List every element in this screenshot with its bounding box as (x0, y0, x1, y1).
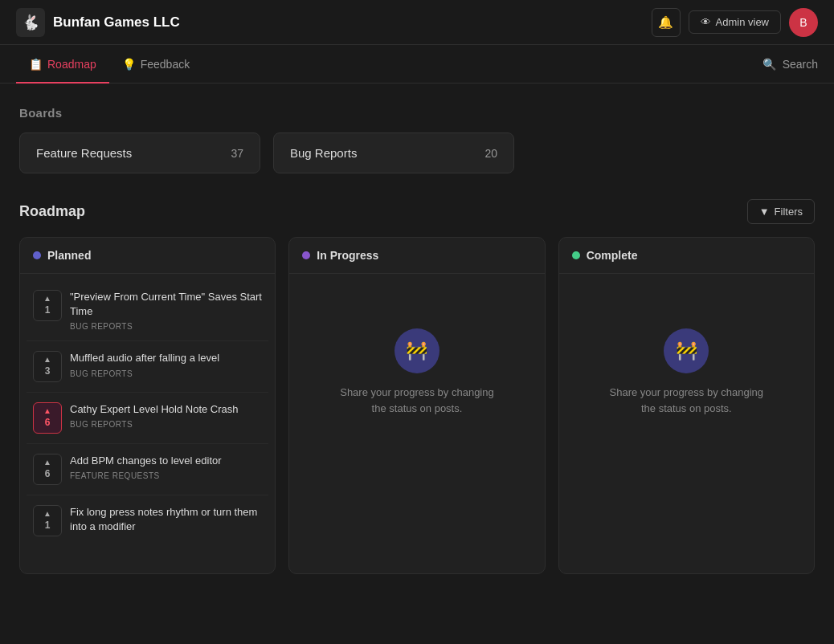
kanban-card-3[interactable]: ▲ 6 Add BPM changes to level editor FEAT… (27, 444, 268, 495)
nav-item-roadmap[interactable]: 📋 Roadmap (16, 45, 109, 84)
nav: 📋 Roadmap 💡 Feedback 🔍 Search (0, 45, 834, 84)
search-button[interactable]: 🔍 Search (762, 58, 818, 71)
vote-box-0[interactable]: ▲ 1 (33, 290, 62, 321)
vote-box-1[interactable]: ▲ 3 (33, 351, 62, 382)
app-title: Bunfan Games LLC (53, 14, 180, 31)
inprogress-dot (302, 251, 310, 259)
vote-count-3: 6 (45, 467, 51, 481)
complete-empty-state: 🚧 Share your progress by changing the st… (566, 280, 807, 464)
kanban-col-inprogress: In Progress 🚧 Share your progress by cha… (288, 237, 545, 574)
complete-items: 🚧 Share your progress by changing the st… (559, 274, 814, 573)
board-feature-requests-count: 37 (231, 147, 243, 160)
planned-label: Planned (47, 249, 91, 262)
vote-count-1: 3 (45, 365, 51, 378)
nav-roadmap-label: Roadmap (47, 58, 96, 71)
kanban-card-1[interactable]: ▲ 3 Muffled audio after falling a level … (27, 341, 268, 393)
kanban-col-planned-header: Planned (20, 238, 275, 274)
admin-view-button[interactable]: 👁 Admin view (689, 10, 781, 34)
eye-icon: 👁 (701, 16, 711, 28)
card-content-0: "Preview From Current Time" Saves Start … (70, 290, 262, 331)
kanban-col-planned: Planned ▲ 1 "Preview From Current Time" … (19, 237, 276, 574)
card-title-3: Add BPM changes to level editor (70, 454, 262, 468)
card-tag-2: BUG REPORTS (70, 420, 262, 429)
planned-dot (33, 251, 41, 259)
planned-items: ▲ 1 "Preview From Current Time" Saves St… (20, 274, 275, 573)
complete-empty-text: Share your progress by changing the stat… (606, 385, 767, 416)
inprogress-items: 🚧 Share your progress by changing the st… (289, 274, 544, 573)
avatar-label: B (799, 16, 807, 29)
complete-empty-icon: 🚧 (676, 340, 697, 361)
inprogress-label: In Progress (317, 249, 378, 262)
search-label: Search (783, 58, 818, 71)
vote-up-icon-2: ▲ (43, 406, 51, 416)
card-content-1: Muffled audio after falling a level BUG … (70, 351, 262, 377)
vote-count-2: 6 (45, 416, 51, 430)
inprogress-empty-icon-wrap: 🚧 (395, 328, 439, 373)
nav-item-feedback[interactable]: 💡 Feedback (109, 45, 202, 84)
vote-box-2[interactable]: ▲ 6 (33, 402, 62, 434)
filters-label: Filters (775, 206, 803, 218)
kanban-card-0[interactable]: ▲ 1 "Preview From Current Time" Saves St… (27, 280, 268, 341)
header-logo: 🐇 Bunfan Games LLC (16, 8, 652, 37)
card-title-4: Fix long press notes rhythm or turn them… (70, 505, 262, 534)
kanban-col-complete-header: Complete (559, 238, 814, 274)
board-feature-requests-name: Feature Requests (36, 146, 132, 160)
vote-box-3[interactable]: ▲ 6 (33, 454, 62, 485)
vote-up-icon-0: ▲ (43, 294, 51, 304)
complete-dot (572, 251, 580, 259)
card-tag-3: FEATURE REQUESTS (70, 471, 262, 480)
card-title-0: "Preview From Current Time" Saves Start … (70, 290, 262, 319)
main-content: Boards Feature Requests 37 Bug Reports 2… (0, 84, 834, 597)
card-tag-0: BUG REPORTS (70, 322, 262, 331)
vote-count-0: 1 (45, 304, 51, 317)
vote-up-icon-1: ▲ (43, 355, 51, 365)
vote-up-icon-4: ▲ (43, 509, 51, 519)
nav-feedback-label: Feedback (141, 58, 190, 71)
inprogress-empty-state: 🚧 Share your progress by changing the st… (296, 280, 538, 464)
boards-row: Feature Requests 37 Bug Reports 20 (19, 132, 815, 173)
kanban-col-complete: Complete 🚧 Share your progress by changi… (558, 237, 815, 574)
card-content-4: Fix long press notes rhythm or turn them… (70, 505, 262, 537)
search-icon: 🔍 (762, 58, 776, 71)
boards-section-title: Boards (19, 106, 815, 120)
complete-label: Complete (587, 249, 638, 262)
board-card-bug-reports[interactable]: Bug Reports 20 (273, 132, 514, 173)
bell-button[interactable]: 🔔 (652, 8, 681, 37)
kanban-col-inprogress-header: In Progress (289, 238, 544, 274)
vote-up-icon-3: ▲ (43, 458, 51, 467)
kanban-board: Planned ▲ 1 "Preview From Current Time" … (19, 237, 815, 574)
app-logo-icon: 🐇 (16, 8, 45, 37)
vote-count-4: 1 (45, 519, 51, 532)
vote-box-4[interactable]: ▲ 1 (33, 505, 62, 536)
filter-icon: ▼ (759, 206, 770, 218)
header-actions: 🔔 👁 Admin view B (652, 8, 818, 37)
header: 🐇 Bunfan Games LLC 🔔 👁 Admin view B (0, 0, 834, 45)
inprogress-empty-text: Share your progress by changing the stat… (337, 385, 497, 416)
avatar[interactable]: B (789, 8, 818, 37)
card-content-2: Cathy Expert Level Hold Note Crash BUG R… (70, 402, 262, 429)
card-tag-1: BUG REPORTS (70, 369, 262, 378)
kanban-card-4[interactable]: ▲ 1 Fix long press notes rhythm or turn … (27, 495, 268, 547)
complete-empty-icon-wrap: 🚧 (664, 328, 709, 373)
roadmap-nav-icon: 📋 (29, 58, 43, 71)
inprogress-empty-icon: 🚧 (406, 340, 427, 361)
roadmap-title: Roadmap (19, 203, 85, 220)
roadmap-header: Roadmap ▼ Filters (19, 199, 815, 224)
kanban-card-2[interactable]: ▲ 6 Cathy Expert Level Hold Note Crash B… (27, 393, 268, 444)
board-bug-reports-name: Bug Reports (290, 146, 357, 160)
card-content-3: Add BPM changes to level editor FEATURE … (70, 454, 262, 480)
admin-view-label: Admin view (716, 16, 769, 28)
card-title-2: Cathy Expert Level Hold Note Crash (70, 402, 262, 417)
board-card-feature-requests[interactable]: Feature Requests 37 (19, 132, 260, 173)
board-bug-reports-count: 20 (484, 147, 497, 160)
feedback-nav-icon: 💡 (122, 58, 136, 71)
filters-button[interactable]: ▼ Filters (747, 199, 815, 224)
card-title-1: Muffled audio after falling a level (70, 351, 262, 365)
